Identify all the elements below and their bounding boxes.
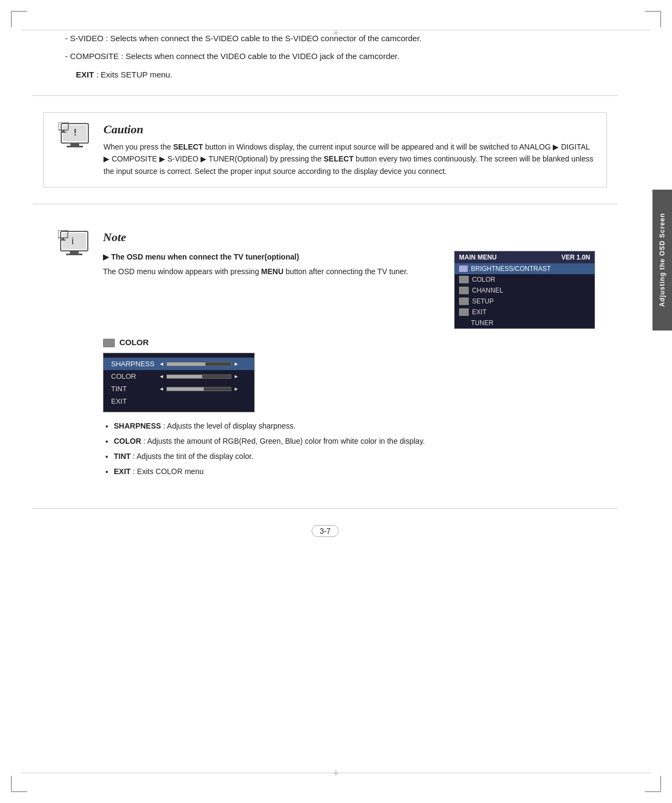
page-number-area: 3-7 (33, 525, 618, 537)
bar-fill-color (167, 375, 202, 378)
main-content: - S-VIDEO : Selects when connect the S-V… (33, 33, 639, 537)
submenu-row-sharpness: SHARPNESS ◄ ► (104, 358, 254, 370)
note-osd-desc: The OSD menu window appears with pressin… (103, 265, 441, 277)
osd-header-right: VER 1.0N (561, 254, 590, 261)
note-content-area: Note ▶ The OSD menu when connect the TV … (103, 230, 595, 482)
bullet-sharpness-bold: SHARPNESS (114, 422, 161, 430)
osd-icon-channel (459, 287, 469, 294)
svg-rect-3 (67, 146, 83, 147)
bar-arrow-left-color: ◄ (159, 373, 164, 379)
bar-fill-sharpness (167, 362, 205, 366)
submenu-row-exit: EXIT (104, 395, 254, 407)
bullet-tint-text: : Adjusts the tint of the display color. (131, 452, 253, 461)
arrow3: ▶ (159, 154, 165, 163)
osd-row-channel: CHANNEL (455, 285, 595, 296)
svideo-section: - S-VIDEO : Selects when connect the S-V… (65, 33, 618, 45)
osd-menu-display: MAIN MENU VER 1.0N BRIGHTNESS/CONTRAST C… (454, 251, 595, 329)
svg-rect-6 (61, 132, 66, 133)
arrow4: ▶ (201, 154, 206, 163)
arrow2: ▶ (104, 154, 109, 163)
corner-mark-tl (11, 11, 27, 27)
bullet-exit-bold: EXIT (114, 467, 131, 476)
osd-row-label-setup: SETUP (472, 297, 494, 305)
page-badge: 3-7 (312, 525, 339, 537)
exit-text: : Exits SETUP menu. (94, 70, 172, 79)
svg-rect-11 (66, 254, 82, 255)
top-cross: + (333, 26, 340, 40)
submenu-label-color: COLOR (111, 372, 154, 380)
caution-box: ! Caution When you press the SELECT butt… (43, 112, 607, 187)
bar-track-sharpness (166, 362, 231, 366)
osd-icon-exit (459, 308, 469, 316)
osd-row-label-color: COLOR (472, 276, 495, 283)
osd-icon-brightness (459, 265, 468, 272)
bullet-color-text: : Adjusts the amount of RGB(Red, Green, … (141, 437, 425, 445)
composite-section: - COMPOSITE : Selects when connect the V… (65, 50, 618, 63)
bullet-tint: TINT : Adjusts the tint of the display c… (114, 450, 595, 463)
osd-icon-color (459, 276, 469, 283)
color-label-text: COLOR (119, 338, 148, 347)
corner-mark-bl (11, 776, 27, 792)
note-monitor-icon: i (58, 230, 91, 260)
composite-text: - COMPOSITE : Selects when connect the V… (65, 50, 618, 63)
bullet-sharpness-text: : Adjusts the level of display sharpness… (161, 422, 295, 430)
svg-text:!: ! (74, 128, 76, 137)
sidebar-tab: Adjusting the OSD Screen (652, 190, 672, 331)
monitor-icon: ! (59, 122, 91, 152)
svg-rect-9 (62, 233, 86, 249)
note-right-col: MAIN MENU VER 1.0N BRIGHTNESS/CONTRAST C… (454, 251, 595, 329)
note-title: Note (103, 230, 595, 244)
corner-mark-br (645, 776, 661, 792)
bullet-exit-text: : Exits COLOR menu (131, 467, 204, 476)
note-osd-label-bold: ▶ The OSD menu when connect the TV tuner… (103, 252, 299, 261)
bullet-sharpness: SHARPNESS : Adjusts the level of display… (114, 420, 595, 433)
osd-row-setup: SETUP (455, 296, 595, 307)
caution-text-area: Caution When you press the SELECT button… (104, 122, 595, 177)
note-osd-label: ▶ The OSD menu when connect the TV tuner… (103, 251, 441, 263)
osd-icon-setup (459, 297, 469, 305)
corner-mark-tr (645, 11, 661, 27)
svg-text:i: i (72, 236, 74, 247)
osd-row-label-channel: CHANNEL (472, 287, 503, 294)
bullet-tint-bold: TINT (114, 452, 131, 461)
submenu-label-sharpness: SHARPNESS (111, 360, 154, 368)
osd-row-label-tuner: TUNER (471, 319, 493, 327)
osd-row-exit: EXIT (455, 307, 595, 318)
bar-arrow-right-tint: ► (234, 386, 239, 392)
exit-line: EXIT : Exits SETUP menu. (76, 70, 618, 79)
note-columns: ▶ The OSD menu when connect the TV tuner… (103, 251, 595, 329)
bullet-color: COLOR : Adjusts the amount of RGB(Red, G… (114, 435, 595, 448)
osd-row-tuner: TUNER (455, 318, 595, 328)
bullet-color-bold: COLOR (114, 437, 141, 445)
bar-arrow-left-sharpness: ◄ (159, 361, 164, 367)
caution-title: Caution (104, 122, 595, 137)
note-menu-bold: MENU (261, 267, 283, 276)
section-divider-3 (33, 508, 618, 509)
caution-select-bold2: SELECT (324, 154, 353, 163)
osd-menu-header: MAIN MENU VER 1.0N (455, 251, 595, 263)
bar-fill-tint (167, 387, 204, 391)
osd-row-color: COLOR (455, 274, 595, 285)
bar-arrow-left-tint: ◄ (159, 386, 164, 392)
osd-row-label-brightness: BRIGHTNESS/CONTRAST (471, 265, 551, 273)
note-icon-area: i (55, 230, 93, 260)
submenu-bar-sharpness: ◄ ► (159, 361, 239, 367)
color-label-line: COLOR (103, 338, 595, 347)
bar-arrow-right-color: ► (234, 373, 239, 379)
svg-rect-14 (60, 239, 66, 241)
submenu-row-tint: TINT ◄ ► (104, 383, 254, 395)
svg-rect-13 (62, 238, 64, 239)
bar-track-tint (166, 387, 231, 391)
note-left-col: ▶ The OSD menu when connect the TV tuner… (103, 251, 441, 277)
bar-arrow-right-sharpness: ► (234, 361, 239, 367)
bullet-exit: EXIT : Exits COLOR menu (114, 465, 595, 478)
bottom-cross: + (333, 766, 340, 780)
section-divider-2 (33, 204, 618, 204)
caution-select-bold: SELECT (173, 143, 203, 151)
sidebar-label: Adjusting the OSD Screen (658, 213, 666, 307)
rgb-icon (103, 339, 115, 347)
submenu-label-tint: TINT (111, 385, 154, 393)
osd-header-left: MAIN MENU (459, 254, 496, 261)
arrow1: ▶ (553, 143, 559, 151)
svideo-text: - S-VIDEO : Selects when connect the S-V… (65, 33, 618, 45)
